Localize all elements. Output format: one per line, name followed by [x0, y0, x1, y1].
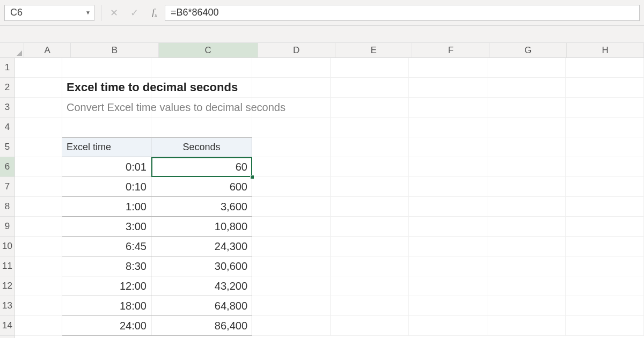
- cell-H11[interactable]: [566, 256, 644, 276]
- cell-H14[interactable]: [566, 316, 644, 336]
- cell-A3[interactable]: [15, 98, 62, 117]
- cell-B9[interactable]: 3:00: [62, 217, 151, 237]
- cell-F6[interactable]: [409, 157, 487, 177]
- cell-D3[interactable]: [252, 98, 331, 117]
- row-header-11[interactable]: 11: [0, 256, 14, 276]
- cell-H1[interactable]: [566, 58, 644, 78]
- cell-D10[interactable]: [252, 237, 331, 256]
- cell-B1[interactable]: [62, 58, 151, 78]
- row-header-3[interactable]: 3: [0, 98, 14, 117]
- cell-G12[interactable]: [487, 276, 566, 296]
- cell-H10[interactable]: [566, 237, 644, 256]
- row-header-7[interactable]: 7: [0, 177, 14, 197]
- cell-F14[interactable]: [409, 316, 487, 336]
- cell-B2[interactable]: Excel time to decimal seconds: [62, 78, 151, 98]
- cell-F3[interactable]: [409, 98, 487, 117]
- cell-F9[interactable]: [409, 217, 487, 237]
- cell-D14[interactable]: [252, 316, 331, 336]
- cell-A4[interactable]: [15, 117, 62, 137]
- row-header-2[interactable]: 2: [0, 78, 14, 98]
- cell-G14[interactable]: [487, 316, 566, 336]
- cell-H5[interactable]: [566, 137, 644, 157]
- cell-D1[interactable]: [252, 58, 331, 78]
- cell-A10[interactable]: [15, 237, 62, 256]
- cell-D2[interactable]: [252, 78, 331, 98]
- row-header-10[interactable]: 10: [0, 237, 14, 256]
- cell-B10[interactable]: 6:45: [62, 237, 151, 256]
- cell-D6[interactable]: [252, 157, 331, 177]
- col-header-G[interactable]: G: [489, 43, 567, 57]
- cell-B5[interactable]: Excel time: [62, 137, 151, 157]
- cell-H8[interactable]: [566, 197, 644, 217]
- cell-B3[interactable]: Convert Excel time values to decimal sec…: [62, 98, 151, 117]
- cell-A7[interactable]: [15, 177, 62, 197]
- cell-D7[interactable]: [252, 177, 331, 197]
- row-header-14[interactable]: 14: [0, 316, 14, 336]
- cell-F8[interactable]: [409, 197, 487, 217]
- col-header-B[interactable]: B: [71, 43, 159, 57]
- cell-D11[interactable]: [252, 256, 331, 276]
- cell-C12[interactable]: 43,200: [151, 276, 252, 296]
- cell-C10[interactable]: 24,300: [151, 237, 252, 256]
- cell-C13[interactable]: 64,800: [151, 296, 252, 316]
- cell-B6[interactable]: 0:01: [62, 157, 151, 177]
- cell-E6[interactable]: [331, 157, 409, 177]
- cell-G7[interactable]: [487, 177, 566, 197]
- cell-E4[interactable]: [331, 117, 409, 137]
- cell-E9[interactable]: [331, 217, 409, 237]
- cell-A13[interactable]: [15, 296, 62, 316]
- select-all-corner[interactable]: [0, 43, 24, 57]
- cell-H3[interactable]: [566, 98, 644, 117]
- cell-H6[interactable]: [566, 157, 644, 177]
- chevron-down-icon[interactable]: ▼: [85, 10, 91, 16]
- cell-C4[interactable]: [151, 117, 252, 137]
- col-header-F[interactable]: F: [412, 43, 489, 57]
- cell-A12[interactable]: [15, 276, 62, 296]
- formula-input[interactable]: =B6*86400: [165, 5, 640, 21]
- cell-G5[interactable]: [487, 137, 566, 157]
- row-header-6[interactable]: 6: [0, 157, 14, 177]
- cell-E5[interactable]: [331, 137, 409, 157]
- name-box[interactable]: C6 ▼: [4, 5, 94, 21]
- cell-G1[interactable]: [487, 58, 566, 78]
- cell-G2[interactable]: [487, 78, 566, 98]
- cell-H13[interactable]: [566, 296, 644, 316]
- cell-D13[interactable]: [252, 296, 331, 316]
- cells-area[interactable]: Excel time to decimal seconds Convert Ex…: [15, 58, 644, 338]
- cell-A5[interactable]: [15, 137, 62, 157]
- cell-D9[interactable]: [252, 217, 331, 237]
- cell-C3[interactable]: [151, 98, 252, 117]
- cell-F10[interactable]: [409, 237, 487, 256]
- cell-A1[interactable]: [15, 58, 62, 78]
- row-header-5[interactable]: 5: [0, 137, 14, 157]
- cell-G6[interactable]: [487, 157, 566, 177]
- col-header-A[interactable]: A: [24, 43, 71, 57]
- cell-C9[interactable]: 10,800: [151, 217, 252, 237]
- cell-B14[interactable]: 24:00: [62, 316, 151, 336]
- cell-E2[interactable]: [331, 78, 409, 98]
- cell-G10[interactable]: [487, 237, 566, 256]
- cell-F4[interactable]: [409, 117, 487, 137]
- cell-D8[interactable]: [252, 197, 331, 217]
- cell-B11[interactable]: 8:30: [62, 256, 151, 276]
- row-header-13[interactable]: 13: [0, 296, 14, 316]
- cell-E13[interactable]: [331, 296, 409, 316]
- col-header-H[interactable]: H: [567, 43, 644, 57]
- row-header-12[interactable]: 12: [0, 276, 14, 296]
- cell-E12[interactable]: [331, 276, 409, 296]
- fill-handle[interactable]: [250, 175, 254, 179]
- col-header-C[interactable]: C: [159, 43, 258, 57]
- cell-H2[interactable]: [566, 78, 644, 98]
- cell-E14[interactable]: [331, 316, 409, 336]
- cell-A6[interactable]: [15, 157, 62, 177]
- cell-B7[interactable]: 0:10: [62, 177, 151, 197]
- row-header-9[interactable]: 9: [0, 217, 14, 237]
- row-header-8[interactable]: 8: [0, 197, 14, 217]
- cell-H4[interactable]: [566, 117, 644, 137]
- cell-C11[interactable]: 30,600: [151, 256, 252, 276]
- cell-A11[interactable]: [15, 256, 62, 276]
- cell-C5[interactable]: Seconds: [151, 137, 252, 157]
- cell-F2[interactable]: [409, 78, 487, 98]
- cell-E11[interactable]: [331, 256, 409, 276]
- cell-F12[interactable]: [409, 276, 487, 296]
